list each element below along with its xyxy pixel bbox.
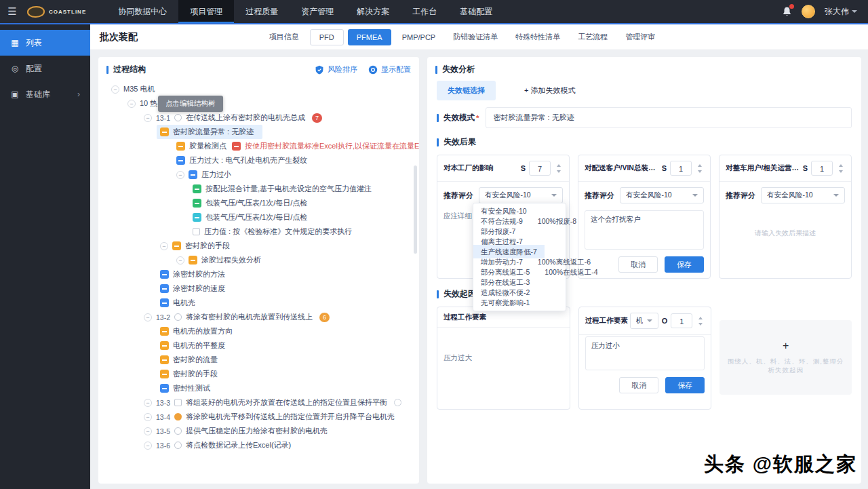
tree-row[interactable]: 压力过大 : 电气孔处电机壳产生裂纹 xyxy=(173,153,316,168)
sidebar-item[interactable]: ◎配置 xyxy=(0,56,90,81)
score-select[interactable]: 有安全风险-10 xyxy=(479,187,563,203)
tree-row[interactable]: 电机壳的放置方向 xyxy=(157,324,241,338)
collapse-icon[interactable]: − xyxy=(144,427,152,435)
tree-row[interactable]: −13-1在传送线上涂有密封胶的电机壳总成7 xyxy=(140,111,326,125)
score-select[interactable]: 有安全风险-10 xyxy=(620,187,704,203)
severity-input[interactable]: 1 xyxy=(811,161,833,176)
dot-icon[interactable] xyxy=(174,413,182,420)
nav-item[interactable]: 项目管理 xyxy=(178,0,234,23)
tab-PFMEA[interactable]: PFMEA xyxy=(348,29,391,45)
severity-stepper[interactable] xyxy=(695,161,704,176)
collapse-icon[interactable]: − xyxy=(144,399,152,407)
nav-item[interactable]: 工作台 xyxy=(401,0,448,23)
occurrence-input[interactable]: 1 xyxy=(671,313,692,328)
tree-row[interactable]: −13-5提供气压稳定的压力给涂有密封胶的电机壳 xyxy=(140,424,336,438)
severity-input[interactable]: 1 xyxy=(670,161,692,176)
collapse-icon[interactable]: − xyxy=(144,313,152,321)
tree-row[interactable]: 电机壳 xyxy=(157,296,204,310)
avatar[interactable] xyxy=(802,5,815,18)
tree-row[interactable]: 涂密封胶的方法 xyxy=(157,267,234,281)
tree-row[interactable]: 压力值 : 按《检验标准》文件规定的要求执行 xyxy=(189,224,361,239)
tab-工艺流程[interactable]: 工艺流程 xyxy=(571,28,614,45)
severity-stepper[interactable] xyxy=(554,161,563,176)
tree-row[interactable]: −13-2将涂有密封胶的电机壳放置到传送线上6 xyxy=(140,310,333,324)
severity-option[interactable]: 100%报废-8 xyxy=(530,214,584,228)
tree-row[interactable]: −M35 电机 xyxy=(108,82,163,96)
sidebar-item[interactable]: ▦列表 xyxy=(0,30,90,56)
risk-sort-button[interactable]: 风险排序 xyxy=(315,64,357,75)
tree-row[interactable]: −13-4将涂胶电机壳平移到传送线上的指定位置并开启升降平台电机壳 xyxy=(140,410,403,424)
tree-node-label: 涂密封胶的速度 xyxy=(173,283,225,294)
tree-row[interactable]: 密封性测试 xyxy=(157,381,219,395)
collapse-icon[interactable]: − xyxy=(144,413,152,421)
radio-icon[interactable] xyxy=(174,114,182,121)
tree-row[interactable]: 密封胶的手段 xyxy=(157,367,226,381)
tab-特殊特性清单[interactable]: 特殊特性清单 xyxy=(509,28,567,45)
tab-PFD[interactable]: PFD xyxy=(310,29,344,45)
effect-description-textarea[interactable]: 这个会打扰客户 xyxy=(585,210,704,250)
tree-row[interactable]: 包装气压/气压表/1次/每日/点检 xyxy=(189,196,316,210)
checkbox-icon[interactable] xyxy=(174,399,182,406)
tree-row[interactable]: −13-3将组装好的电机壳对齐放置在传送线上的指定位置且保持平衡 xyxy=(140,395,405,410)
nav-item[interactable]: 解决方案 xyxy=(345,0,401,23)
sidebar-item[interactable]: ▣基础库› xyxy=(0,81,90,107)
tree-row[interactable]: −涂胶过程失效分析 xyxy=(173,253,270,267)
nav-item[interactable]: 过程质量 xyxy=(234,0,290,23)
category-select[interactable]: 机 xyxy=(630,313,658,329)
display-config-button[interactable]: 显示配置 xyxy=(368,64,411,75)
tab-防错验证清单[interactable]: 防错验证清单 xyxy=(446,28,505,45)
occurrence-stepper[interactable] xyxy=(696,313,705,328)
cancel-button[interactable]: 取消 xyxy=(619,377,658,393)
collapse-icon[interactable]: − xyxy=(160,242,168,250)
collapse-icon[interactable]: − xyxy=(144,442,152,450)
nav-item[interactable]: 资产管理 xyxy=(290,0,345,23)
failure-mode-value[interactable]: 密封胶流量异常 : 无胶迹 xyxy=(486,107,852,128)
tab-管理评审[interactable]: 管理评审 xyxy=(618,28,662,45)
tree-row[interactable]: 密封胶流量异常 : 无胶迹 xyxy=(157,125,262,139)
tree-row[interactable]: −13-6将点检数据记录上传Excel(记录) xyxy=(140,438,300,452)
collapse-icon[interactable]: − xyxy=(176,256,184,265)
nav-item[interactable]: 基础配置 xyxy=(448,0,504,23)
score-select[interactable]: 有安全风险-10 xyxy=(761,187,845,203)
tree-row[interactable]: −压力过小 xyxy=(173,168,240,182)
add-cause-zone[interactable]: + 围绕人、机、料、法、环、测,整理分析失效起因 xyxy=(719,320,852,395)
menu-icon[interactable]: ☰ xyxy=(0,5,24,18)
tree-node-label: 压力过小 xyxy=(201,170,231,180)
tab-failure-chain[interactable]: 失效链选择 xyxy=(437,81,496,100)
app-logo[interactable]: COASTLINE xyxy=(27,6,86,18)
cancel-button[interactable]: 取消 xyxy=(618,256,658,273)
tree-row[interactable]: 胶量检测点按使用密封胶流量标准Excel执行,以保证流量在流量Excel之前的参… xyxy=(173,139,419,153)
collapse-icon[interactable]: − xyxy=(176,171,184,179)
radio-icon[interactable] xyxy=(174,427,182,435)
severity-option[interactable]: 100%在线返工-4 xyxy=(537,265,605,279)
user-menu[interactable]: 张大伟 xyxy=(825,6,857,18)
tree-node-label: 密封胶的手段 xyxy=(185,241,230,251)
tab-PMP/PCP[interactable]: PMP/PCP xyxy=(395,30,443,45)
radio-icon[interactable] xyxy=(174,313,182,321)
scrollbar-thumb[interactable] xyxy=(414,165,417,254)
tree-row[interactable]: 涂密封胶的速度 xyxy=(157,281,234,296)
severity-stepper[interactable] xyxy=(836,161,845,176)
nav-item[interactable]: 协同数据中心 xyxy=(106,0,178,23)
add-failure-mode-button[interactable]: + 添加失效模式 xyxy=(513,81,586,100)
collapse-icon[interactable]: − xyxy=(127,100,136,108)
notifications-bell-icon[interactable] xyxy=(782,6,792,17)
severity-option[interactable]: 无可察觉影响-1 xyxy=(473,296,537,309)
cause-description-textarea[interactable]: 压力过小 xyxy=(585,336,705,370)
collapse-icon[interactable]: − xyxy=(144,114,152,122)
tree-row[interactable]: 密封胶的流量 xyxy=(157,353,226,367)
tree-row[interactable]: 按配比混合计量,基于电机壳设定的空气压力值灌注 xyxy=(189,182,380,196)
radio-icon[interactable] xyxy=(174,442,182,449)
tree-row[interactable]: −密封胶的手段 xyxy=(157,239,239,253)
collapse-icon[interactable]: − xyxy=(111,85,119,94)
save-button[interactable]: 保存 xyxy=(665,256,704,273)
tree-row[interactable]: 电机壳的平整度 xyxy=(157,338,234,353)
checkbox-icon[interactable] xyxy=(193,228,200,235)
severity-input[interactable]: 7 xyxy=(529,161,551,176)
severity-label: S xyxy=(662,164,667,172)
save-button[interactable]: 保存 xyxy=(665,377,705,393)
tab-项目信息[interactable]: 项目信息 xyxy=(262,28,306,45)
topbar-right: 张大伟 xyxy=(782,5,868,18)
orange-doc-icon xyxy=(160,128,169,136)
tree-row[interactable]: 包装气压/气压表/1次/每日/点检 xyxy=(189,210,316,224)
